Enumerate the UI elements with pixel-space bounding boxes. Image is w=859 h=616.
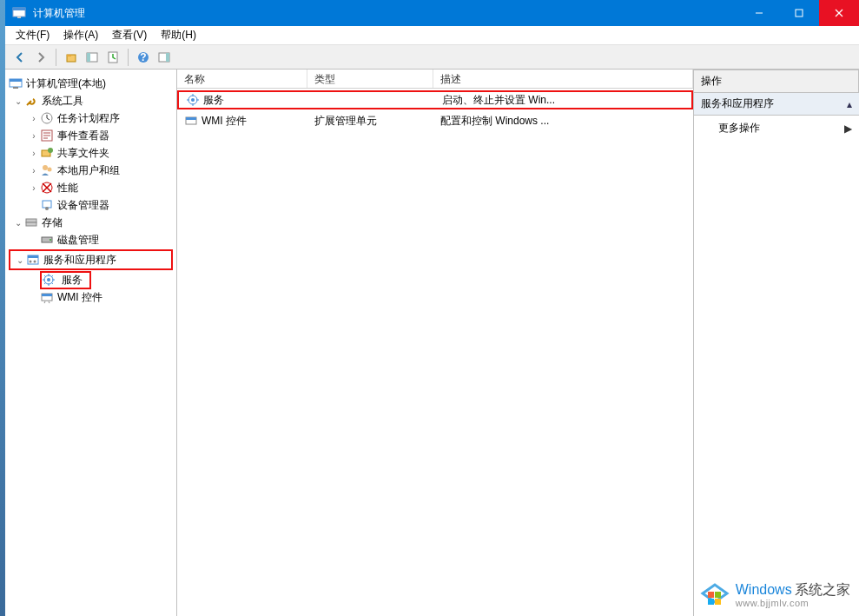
tree-local-users[interactable]: › 本地用户和组 [5, 162, 176, 179]
tree-event-viewer[interactable]: › 事件查看器 [5, 127, 176, 144]
maximize-button[interactable] [779, 0, 819, 26]
list-header: 名称 类型 描述 [177, 70, 693, 89]
svg-rect-26 [43, 201, 51, 208]
cell-name: WMI 控件 [202, 114, 247, 129]
watermark-text: Windows 系统之家 www.bjjmlv.com [736, 582, 850, 608]
toolbar: ? [5, 45, 859, 70]
chevron-right-icon: ▶ [844, 123, 852, 135]
action-section[interactable]: 服务和应用程序 ▴ [694, 93, 859, 116]
tree-label: 共享文件夹 [57, 146, 115, 161]
show-hide-tree-button[interactable] [83, 48, 102, 67]
column-header-desc[interactable]: 描述 [433, 70, 693, 88]
tree-label: 任务计划程序 [57, 111, 125, 126]
storage-icon [24, 215, 38, 229]
properties-button[interactable] [103, 48, 122, 67]
cell-name: 服务 [203, 93, 224, 108]
help-button[interactable]: ? [134, 48, 153, 67]
back-button[interactable] [10, 48, 30, 67]
action-pane-header: 操作 [694, 70, 859, 93]
tree-device-manager[interactable]: › 设备管理器 [5, 196, 176, 214]
close-button[interactable] [819, 0, 859, 26]
svg-rect-4 [796, 10, 803, 17]
show-hide-action-button[interactable] [155, 48, 174, 67]
svg-point-27 [45, 207, 49, 210]
tree-label: 本地用户和组 [57, 163, 125, 178]
disk-icon [40, 233, 54, 247]
action-pane: 操作 服务和应用程序 ▴ 更多操作 ▶ [694, 70, 859, 616]
tree-label: 事件查看器 [57, 129, 115, 143]
menu-help[interactable]: 帮助(H) [154, 26, 203, 44]
tree-task-scheduler[interactable]: › 任务计划程序 [5, 109, 176, 127]
svg-rect-45 [715, 592, 721, 598]
cell-desc: 配置和控制 Windows ... [433, 114, 693, 129]
svg-rect-33 [28, 255, 38, 258]
svg-rect-2 [17, 17, 21, 18]
expand-icon[interactable]: ⌄ [12, 218, 24, 228]
svg-rect-17 [10, 79, 22, 82]
menu-action[interactable]: 操作(A) [56, 26, 105, 44]
expand-icon[interactable]: › [28, 114, 40, 123]
window-controls [739, 0, 859, 26]
action-more[interactable]: 更多操作 ▶ [694, 116, 859, 141]
svg-point-35 [34, 261, 36, 263]
tree-disk-mgmt[interactable]: › 磁盘管理 [5, 231, 176, 248]
tree-shared-folders[interactable]: › 共享文件夹 [5, 144, 176, 162]
action-section-label: 服务和应用程序 [701, 96, 774, 111]
expand-icon[interactable]: ⌄ [12, 96, 24, 106]
menu-view[interactable]: 查看(V) [105, 26, 154, 44]
expand-icon[interactable]: › [28, 183, 40, 193]
watermark-brand-a: Windows [736, 582, 792, 597]
list-row-services[interactable]: 服务 启动、终止并设置 Win... [177, 90, 693, 109]
tree-system-tools[interactable]: ⌄ 系统工具 [5, 92, 176, 109]
column-header-name[interactable]: 名称 [177, 70, 307, 88]
expand-icon[interactable]: ⌄ [14, 255, 26, 265]
tree-services-apps[interactable]: ⌄ 服务和应用程序 [10, 251, 171, 268]
watermark-url: www.bjjmlv.com [736, 598, 850, 608]
toolbar-separator [56, 49, 56, 66]
up-button[interactable] [62, 48, 81, 67]
svg-rect-39 [42, 294, 52, 296]
expand-icon[interactable]: › [28, 166, 40, 176]
wmi-icon [184, 114, 198, 128]
tree-label: 服务 [62, 274, 88, 286]
windows-logo-icon [699, 580, 730, 611]
cell-desc: 启动、终止并设置 Win... [435, 93, 691, 108]
tree-pane: 计算机管理(本地) ⌄ 系统工具 › 任务计划程序 › 事件查看器 › 共享文件… [5, 70, 177, 616]
tree-label: 服务和应用程序 [43, 253, 122, 268]
list-row-wmi[interactable]: WMI 控件 扩展管理单元 配置和控制 Windows ... [177, 111, 693, 130]
users-icon [40, 163, 54, 177]
watermark: Windows 系统之家 www.bjjmlv.com [699, 580, 850, 611]
svg-rect-8 [67, 55, 71, 56]
tree-root[interactable]: 计算机管理(本地) [5, 75, 176, 92]
tree-performance[interactable]: › 性能 [5, 179, 176, 196]
watermark-brand-b: 系统之家 [795, 582, 850, 597]
services-apps-icon [26, 253, 40, 267]
svg-rect-46 [708, 599, 714, 605]
tree-label: WMI 控件 [57, 290, 108, 305]
collapse-icon[interactable]: ▴ [847, 98, 852, 110]
tree-wmi[interactable]: › WMI 控件 [5, 288, 176, 306]
expand-icon[interactable]: › [28, 131, 40, 141]
clock-icon [40, 111, 54, 125]
computer-icon [9, 76, 23, 90]
forward-button[interactable] [31, 48, 50, 67]
gear-icon [186, 93, 200, 107]
svg-rect-10 [87, 53, 90, 62]
tree-storage[interactable]: ⌄ 存储 [5, 214, 176, 231]
workarea: 计算机管理(本地) ⌄ 系统工具 › 任务计划程序 › 事件查看器 › 共享文件… [5, 70, 859, 616]
svg-point-37 [47, 278, 50, 282]
svg-point-31 [50, 239, 51, 241]
expand-icon[interactable]: › [28, 149, 40, 158]
share-icon [40, 146, 54, 160]
menu-file[interactable]: 文件(F) [9, 26, 56, 44]
app-icon [12, 6, 26, 20]
tree-label: 存储 [42, 215, 68, 230]
svg-text:?: ? [140, 51, 146, 63]
svg-rect-29 [26, 222, 36, 226]
minimize-button[interactable] [739, 0, 779, 26]
tree-label: 磁盘管理 [57, 233, 104, 248]
column-header-type[interactable]: 类型 [307, 70, 433, 88]
svg-point-41 [191, 98, 195, 102]
tree-services[interactable]: › 服务 [5, 271, 176, 288]
toolbar-separator [128, 49, 129, 66]
